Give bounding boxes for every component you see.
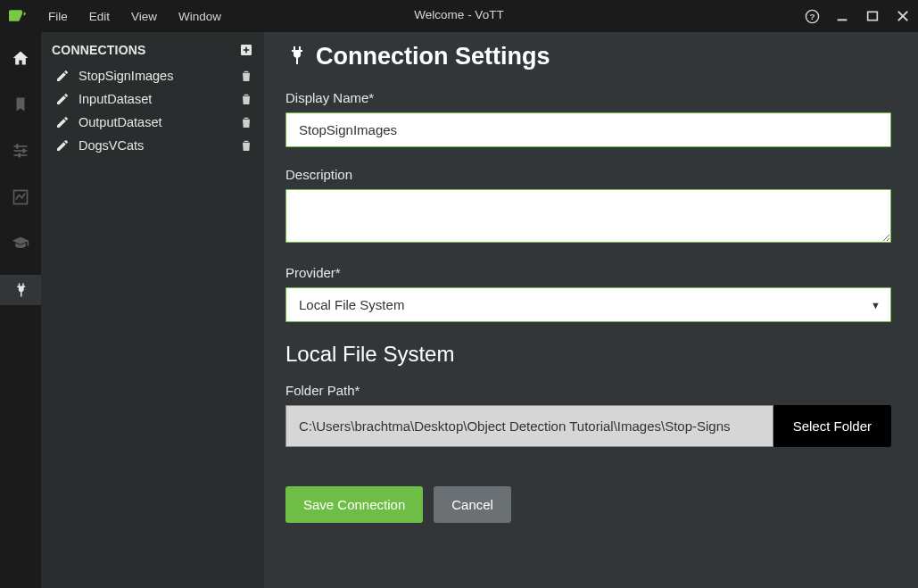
connection-label: InputDataset (79, 92, 230, 106)
connection-row[interactable]: DogsVCats (50, 134, 257, 157)
connection-row[interactable]: InputDataset (50, 87, 257, 111)
connection-label: StopSignImages (79, 69, 230, 83)
connections-list: StopSignImages InputDataset OutputDatase… (50, 64, 257, 157)
plug-icon (285, 45, 307, 69)
close-icon[interactable] (895, 8, 911, 24)
minimize-icon[interactable] (834, 8, 850, 24)
help-icon[interactable]: ? (804, 8, 820, 24)
svg-text:?: ? (809, 12, 815, 21)
menu-view[interactable]: View (122, 6, 166, 27)
provider-label: Provider* (285, 265, 891, 280)
edit-icon (55, 115, 70, 129)
select-folder-button[interactable]: Select Folder (773, 405, 891, 447)
activity-bar (0, 32, 41, 588)
connections-panel: CONNECTIONS StopSignImages InputDataset … (41, 32, 264, 588)
menu-bar: File Edit View Window (39, 6, 230, 27)
bookmark-icon[interactable] (0, 89, 41, 120)
trash-icon[interactable] (239, 115, 253, 129)
cancel-button[interactable]: Cancel (434, 486, 511, 523)
svg-rect-2 (838, 19, 848, 21)
edit-icon (55, 69, 70, 83)
connection-row[interactable]: StopSignImages (50, 64, 257, 87)
description-input[interactable] (285, 189, 891, 243)
folder-path-label: Folder Path* (285, 383, 891, 398)
svg-rect-5 (14, 150, 28, 152)
trash-icon[interactable] (239, 92, 253, 106)
main-area: CONNECTIONS StopSignImages InputDataset … (0, 32, 918, 588)
provider-select[interactable]: Local File System (285, 287, 891, 322)
connection-label: OutputDataset (79, 115, 230, 129)
menu-edit[interactable]: Edit (80, 6, 119, 27)
trash-icon[interactable] (239, 69, 253, 83)
app-logo-icon (9, 7, 27, 25)
folder-path-input[interactable] (285, 405, 773, 447)
page-title: Connection Settings (316, 43, 550, 70)
sliders-icon[interactable] (0, 136, 41, 166)
section-title: Local File System (285, 342, 891, 367)
chart-icon[interactable] (0, 182, 41, 212)
connections-header: CONNECTIONS (52, 43, 146, 57)
save-connection-button[interactable]: Save Connection (285, 486, 423, 523)
titlebar: File Edit View Window Welcome - VoTT ? (0, 0, 918, 32)
connection-label: DogsVCats (79, 138, 230, 153)
svg-rect-7 (16, 145, 19, 149)
maximize-icon[interactable] (864, 8, 881, 24)
menu-file[interactable]: File (39, 6, 77, 27)
svg-rect-4 (14, 145, 28, 147)
content-area: Connection Settings Display Name* Descri… (264, 32, 918, 588)
svg-rect-9 (19, 153, 21, 158)
add-connection-icon[interactable] (239, 43, 253, 57)
menu-window[interactable]: Window (170, 6, 230, 27)
svg-rect-3 (868, 12, 878, 20)
home-icon[interactable] (0, 43, 41, 73)
svg-rect-8 (23, 149, 26, 153)
connection-row[interactable]: OutputDataset (50, 111, 257, 134)
plug-icon[interactable] (0, 275, 41, 305)
edit-icon (55, 92, 70, 106)
display-name-label: Display Name* (285, 90, 891, 105)
trash-icon[interactable] (239, 138, 253, 153)
display-name-input[interactable] (285, 112, 891, 147)
graduation-cap-icon[interactable] (0, 228, 41, 259)
description-label: Description (285, 167, 891, 182)
edit-icon (55, 138, 70, 153)
